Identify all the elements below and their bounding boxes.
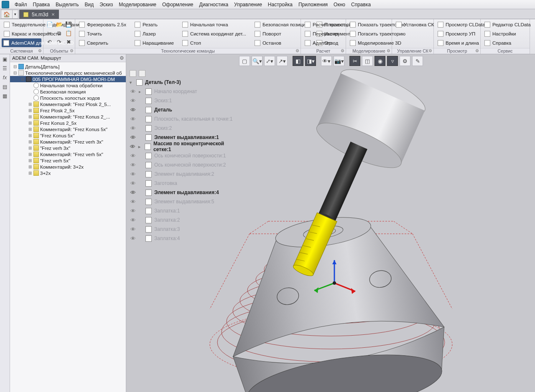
mode-button[interactable]: Каркас и поверхности — [2, 29, 41, 38]
gear-icon[interactable]: ⚙ — [120, 55, 124, 61]
tree-twisty[interactable]: ⊟ — [13, 64, 17, 69]
home-tab-button[interactable]: 🏠 — [1, 10, 13, 19]
command-button[interactable]: Адаптер — [303, 38, 344, 47]
vstrip-btn[interactable]: ▣ — [1, 55, 9, 63]
new-button[interactable]: 📄 — [45, 20, 54, 29]
command-button[interactable]: Фрезеровать 2.5x — [77, 20, 128, 29]
tree-node[interactable]: ⊞Комментарий: "Frez verh 3x" — [10, 139, 126, 145]
command-button[interactable]: Показать траекторию — [348, 20, 390, 29]
tree-twisty[interactable]: ⊞ — [28, 164, 32, 169]
command-button[interactable]: Начальная точка — [180, 20, 248, 29]
tree-twisty[interactable]: ⊟ — [20, 77, 25, 81]
tree-node[interactable]: ⊞Комментарий: "Frez Konus 5x" — [10, 126, 126, 132]
tree-twisty[interactable]: ⊞ — [28, 102, 32, 106]
command-button[interactable]: Просмотр УП — [436, 29, 479, 38]
command-button[interactable]: Резать — [132, 20, 176, 29]
tree-node[interactable]: Начальная точка обработки — [10, 82, 126, 89]
document-tab[interactable]: 5x.m3d × — [19, 10, 59, 19]
menu-item[interactable]: Окно — [331, 2, 348, 8]
tree-node[interactable]: ⊞"Frez verh 3x" — [10, 145, 126, 151]
tree-node[interactable]: ⊟005 ПРОГРАММНАЯ DMG-MORI-DM — [10, 76, 126, 82]
command-button[interactable]: Справка — [482, 38, 528, 47]
menu-item[interactable]: Управление — [231, 2, 265, 8]
command-icon — [135, 40, 140, 46]
tree-node[interactable]: ⊟Технологический процесс механической об — [10, 70, 126, 76]
command-button[interactable]: Точить — [77, 29, 128, 38]
copy-button[interactable]: ⧉ — [55, 29, 64, 38]
menu-item[interactable]: Вид — [82, 2, 97, 8]
menu-item[interactable]: Моделирование — [116, 2, 159, 8]
route-tree[interactable]: ⊟Деталь[Деталь]⊟Технологический процесс … — [10, 62, 126, 392]
tree-twisty[interactable]: ⊞ — [28, 158, 32, 163]
menu-item[interactable]: Настройка — [265, 2, 296, 8]
menu-item[interactable]: Справка — [348, 2, 374, 8]
mode-button[interactable]: Твердотельное моделирование — [2, 20, 41, 29]
home-tab-dropdown[interactable]: ▾ — [13, 10, 18, 19]
tree-node[interactable]: ⊞"Frez verh 5x" — [10, 157, 126, 164]
tree-twisty[interactable]: ⊞ — [28, 139, 32, 144]
tree-node[interactable]: ⊞3+2x — [10, 170, 126, 176]
tree-node[interactable]: Плоскость холостых ходов — [10, 95, 126, 101]
tree-node[interactable]: ⊞Комментарий: "Frez Plosk 2_5... — [10, 101, 126, 107]
command-button[interactable]: Система координат дет... — [180, 29, 248, 38]
tree-node[interactable]: ⊞Комментарий: "Frez verh 5x" — [10, 151, 126, 157]
gear-icon[interactable]: ⚙ — [475, 48, 479, 53]
tree-node[interactable]: ⊞Комментарий: 3+2x — [10, 164, 126, 170]
menu-item[interactable]: Диагностика — [196, 2, 232, 8]
gear-icon[interactable]: ⚙ — [70, 48, 74, 53]
command-button[interactable]: Лазер — [132, 29, 176, 38]
tree-twisty[interactable]: ⊞ — [28, 108, 32, 113]
open-button[interactable]: 📂 — [55, 20, 64, 29]
tree-node[interactable]: ⊟Деталь[Деталь] — [10, 63, 126, 70]
menu-item[interactable]: Правка — [30, 2, 53, 8]
command-button[interactable]: Перерасчет — [303, 29, 344, 38]
command-button[interactable]: Погасить траекторию — [348, 29, 390, 38]
redo-button[interactable]: ↷ — [55, 38, 64, 46]
set-cs-button[interactable]: Установка СК — [394, 20, 432, 29]
command-button[interactable]: Время и длина — [436, 38, 479, 47]
command-button[interactable]: Моделирование 3D — [348, 38, 390, 47]
command-button[interactable]: Стоп — [180, 38, 248, 47]
tree-twisty[interactable]: ⊞ — [28, 133, 32, 138]
tree-twisty[interactable]: ⊞ — [28, 121, 32, 125]
cut-button[interactable]: ✂ — [45, 29, 54, 38]
command-button[interactable]: Наращивание — [132, 38, 176, 47]
tree-node[interactable]: ⊞Frez Konus 2_5x — [10, 120, 126, 126]
command-button[interactable]: Расчет траектории — [303, 20, 344, 29]
tree-twisty[interactable]: ⊞ — [28, 171, 32, 175]
vstrip-btn[interactable]: ☰ — [1, 64, 9, 73]
menu-item[interactable]: Приложения — [296, 2, 331, 8]
tree-twisty[interactable]: ⊞ — [28, 114, 32, 119]
command-button[interactable]: Настройки — [482, 29, 528, 38]
tree-node[interactable]: ⊞Комментарий: "Frez Konus 2_... — [10, 114, 126, 120]
tree-twisty[interactable]: ⊞ — [28, 152, 32, 157]
vstrip-btn[interactable]: ▦ — [1, 92, 9, 100]
tree-twisty[interactable]: ⊟ — [13, 71, 17, 75]
menu-item[interactable]: Файл — [12, 2, 30, 8]
paste-button[interactable]: 📋 — [64, 29, 73, 38]
command-button[interactable]: Просмотр CLData — [436, 20, 479, 29]
vstrip-btn[interactable]: fx — [1, 73, 9, 82]
command-button[interactable]: Сверлить — [77, 38, 128, 47]
tree-node[interactable]: ⊞"Frez Konus 5x" — [10, 132, 126, 139]
gear-icon[interactable]: ⚙ — [428, 48, 432, 53]
tree-twisty[interactable]: ⊞ — [28, 146, 32, 150]
menu-item[interactable]: Выделить — [53, 2, 82, 8]
delete-button[interactable]: ✖ — [64, 38, 73, 46]
gear-icon[interactable]: ⚙ — [341, 48, 344, 53]
close-icon[interactable]: × — [51, 11, 55, 18]
mode-button[interactable]: AdemCAM для КОМПАС-3D — [2, 38, 41, 47]
vstrip-btn[interactable]: ▤ — [1, 83, 9, 91]
tree-node[interactable]: ⊞Frez Plosk 2_5x — [10, 107, 126, 114]
viewport[interactable]: ▢ 🔍▾ ⤢▾ ↗▾ ◧ ◨▾ 👁▾ 📷▾ ✂ ◫ ◉ ▿ ⚙ ✎ ▾ — [126, 54, 535, 392]
menu-item[interactable]: Эскиз — [97, 2, 116, 8]
tree-twisty[interactable]: ⊞ — [28, 127, 32, 132]
undo-button[interactable]: ↶ — [45, 38, 54, 46]
gear-icon[interactable]: ⚙ — [387, 48, 390, 53]
menu-item[interactable]: Оформление — [159, 2, 196, 8]
command-button[interactable]: Редактор CLData — [482, 20, 528, 29]
gear-icon[interactable]: ⚙ — [296, 48, 299, 53]
gear-icon[interactable]: ⚙ — [38, 48, 42, 53]
tree-node[interactable]: Безопасная позиция — [10, 89, 126, 95]
save-button[interactable]: 💾 — [64, 20, 73, 29]
